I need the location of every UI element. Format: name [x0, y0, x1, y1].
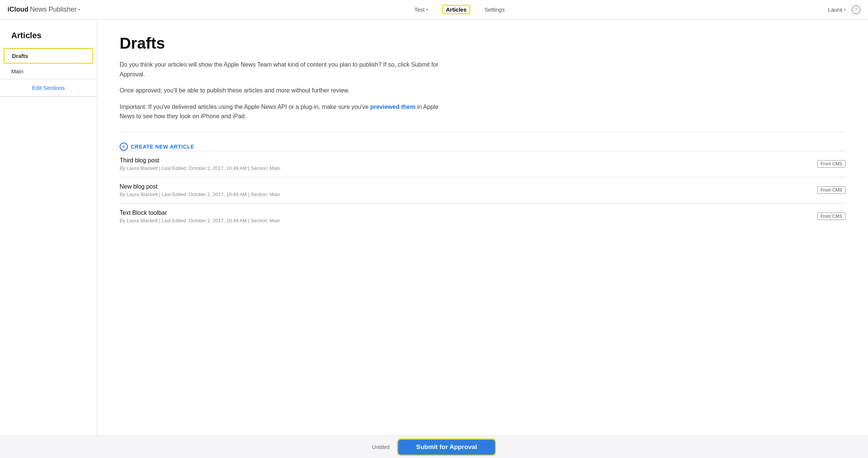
sidebar-item-main[interactable]: Main — [0, 64, 97, 79]
brand[interactable]: iCloud News Publisher ▾ — [7, 6, 80, 13]
sidebar-item-drafts[interactable]: Drafts — [4, 48, 93, 64]
top-nav-center: Test ▾ Articles Settings — [91, 5, 828, 14]
article-info: Third blog post By Laura Blackett | Last… — [120, 157, 280, 171]
layout: Articles Drafts Main Edit Sections Draft… — [0, 19, 868, 436]
submit-for-approval-button[interactable]: Submit for Approval — [397, 439, 496, 456]
article-info: New blog post By Laura Blackett | Last E… — [120, 183, 280, 197]
article-title[interactable]: New blog post — [120, 183, 280, 190]
article-list: Third blog post By Laura Blackett | Last… — [120, 151, 846, 229]
user-menu[interactable]: Laura ▾ — [828, 6, 846, 13]
brand-chevron: ▾ — [78, 7, 80, 12]
create-new-label: CREATE NEW ARTICLE — [131, 144, 194, 150]
brand-icloud: iCloud — [7, 6, 28, 13]
description-3: Important: If you've delivered articles … — [120, 102, 449, 121]
untitled-label: Untitled — [372, 444, 390, 450]
article-row[interactable]: Text Block toolbar By Laura Blackett | L… — [120, 203, 846, 229]
nav-test[interactable]: Test ▾ — [411, 5, 431, 14]
description-1: Do you think your articles will show the… — [120, 60, 449, 79]
cms-badge: From CMS — [817, 213, 846, 220]
brand-suffix: News Publisher — [30, 6, 77, 13]
top-nav-right: Laura ▾ ? — [828, 5, 861, 14]
sidebar-title: Articles — [0, 31, 97, 48]
article-meta: By Laura Blackett | Last Edited: October… — [120, 218, 280, 223]
page-title: Drafts — [120, 34, 846, 52]
create-new-article-button[interactable]: + CREATE NEW ARTICLE — [120, 143, 846, 151]
article-title[interactable]: Third blog post — [120, 157, 280, 164]
cms-badge: From CMS — [817, 160, 846, 168]
user-name: Laura — [828, 6, 842, 13]
user-chevron: ▾ — [844, 7, 846, 12]
help-icon[interactable]: ? — [852, 5, 861, 14]
cms-badge: From CMS — [817, 186, 846, 194]
nav-articles[interactable]: Articles — [442, 5, 470, 14]
article-info: Text Block toolbar By Laura Blackett | L… — [120, 210, 280, 223]
description-2: Once approved, you'll be able to publish… — [120, 86, 449, 95]
edit-sections-link[interactable]: Edit Sections — [0, 79, 97, 97]
top-nav: iCloud News Publisher ▾ Test ▾ Articles … — [0, 0, 868, 19]
test-chevron: ▾ — [426, 7, 428, 12]
article-title[interactable]: Text Block toolbar — [120, 210, 280, 216]
article-row[interactable]: New blog post By Laura Blackett | Last E… — [120, 177, 846, 203]
article-meta: By Laura Blackett | Last Edited: October… — [120, 165, 280, 171]
description-3-pre: Important: If you've delivered articles … — [120, 104, 370, 110]
create-plus-icon: + — [120, 143, 128, 151]
article-meta: By Laura Blackett | Last Edited: October… — [120, 192, 280, 197]
nav-settings[interactable]: Settings — [481, 5, 508, 14]
main-content: Drafts Do you think your articles will s… — [97, 19, 868, 436]
sidebar: Articles Drafts Main Edit Sections — [0, 19, 97, 436]
article-row[interactable]: Third blog post By Laura Blackett | Last… — [120, 151, 846, 177]
bottom-bar: Untitled Submit for Approval — [0, 436, 868, 458]
previewed-them-link[interactable]: previewed them — [370, 104, 415, 110]
